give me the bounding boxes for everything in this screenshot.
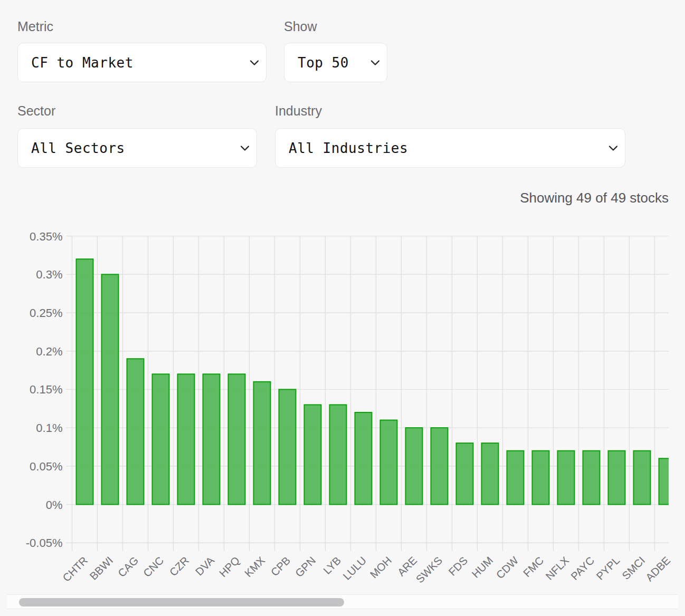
horizontal-scrollbar-track[interactable] bbox=[7, 594, 678, 609]
x-tick-label-DVA: DVA bbox=[193, 554, 216, 578]
bar-CAG[interactable] bbox=[127, 359, 144, 504]
y-tick-label: 0.25% bbox=[30, 306, 62, 320]
bar-BBWI[interactable] bbox=[102, 274, 119, 504]
bar-SMCI[interactable] bbox=[634, 451, 651, 505]
x-tick-label-LYB: LYB bbox=[321, 554, 344, 577]
bar-SWKS[interactable] bbox=[431, 428, 448, 504]
y-tick-label: 0.05% bbox=[30, 460, 62, 473]
x-tick-label-LULU: LULU bbox=[340, 554, 368, 582]
x-tick-label-SWKS: SWKS bbox=[413, 554, 444, 585]
x-tick-label-PYPL: PYPL bbox=[594, 554, 622, 582]
bar-CPB[interactable] bbox=[279, 389, 296, 504]
bar-FMC[interactable] bbox=[532, 451, 549, 505]
x-tick-label-PAYC: PAYC bbox=[568, 554, 597, 582]
bar-PYPL[interactable] bbox=[608, 451, 625, 505]
bar-CNC[interactable] bbox=[153, 374, 169, 504]
x-tick-label-CAG: CAG bbox=[116, 554, 141, 580]
x-tick-label-CNC: CNC bbox=[141, 554, 166, 579]
x-tick-label-MOH: MOH bbox=[367, 554, 394, 581]
y-tick-label: 0% bbox=[46, 498, 63, 512]
y-tick-label: 0.3% bbox=[36, 268, 62, 281]
x-tick-label-FMC: FMC bbox=[521, 554, 546, 579]
bar-NFLX[interactable] bbox=[558, 451, 575, 505]
bar-HUM[interactable] bbox=[482, 443, 499, 504]
x-tick-label-GPN: GPN bbox=[293, 554, 318, 580]
x-tick-label-ADBE: ADBE bbox=[643, 554, 673, 584]
y-tick-label: 0.15% bbox=[30, 383, 62, 396]
x-tick-label-HPQ: HPQ bbox=[217, 554, 242, 580]
bar-PAYC[interactable] bbox=[583, 451, 600, 505]
x-tick-label-NFLX: NFLX bbox=[543, 554, 572, 582]
bar-CZR[interactable] bbox=[178, 374, 195, 504]
bar-LULU[interactable] bbox=[355, 412, 372, 504]
bar-KMX[interactable] bbox=[254, 382, 271, 505]
bar-chart: 0.35%0.3%0.25%0.2%0.15%0.1%0.05%0%-0.05%… bbox=[0, 0, 685, 591]
bar-HPQ[interactable] bbox=[229, 374, 245, 504]
y-tick-label: 0.1% bbox=[36, 421, 62, 435]
x-tick-label-HUM: HUM bbox=[469, 554, 495, 580]
x-tick-label-SMCI: SMCI bbox=[620, 554, 648, 582]
x-tick-label-CHTR: CHTR bbox=[60, 554, 90, 584]
bar-CHTR[interactable] bbox=[77, 259, 93, 504]
y-tick-label: -0.05% bbox=[26, 536, 63, 550]
x-tick-label-CPB: CPB bbox=[268, 554, 292, 579]
y-tick-label: 0.35% bbox=[30, 230, 62, 243]
bar-LYB[interactable] bbox=[330, 405, 347, 504]
y-tick-label: 0.2% bbox=[36, 345, 62, 358]
bar-GPN[interactable] bbox=[305, 405, 321, 504]
x-tick-label-CDW: CDW bbox=[493, 554, 520, 581]
bar-CDW[interactable] bbox=[507, 451, 524, 505]
x-tick-label-CZR: CZR bbox=[167, 554, 191, 579]
bar-ADBE[interactable] bbox=[659, 458, 676, 504]
x-tick-label-FDS: FDS bbox=[446, 554, 470, 578]
bar-MOH[interactable] bbox=[380, 420, 397, 505]
x-tick-label-KMX: KMX bbox=[242, 554, 268, 579]
horizontal-scrollbar-thumb[interactable] bbox=[19, 598, 344, 607]
bar-DVA[interactable] bbox=[203, 374, 220, 504]
bar-ARE[interactable] bbox=[406, 428, 423, 504]
x-tick-label-BBWI: BBWI bbox=[87, 554, 115, 582]
bar-FDS[interactable] bbox=[456, 443, 473, 504]
